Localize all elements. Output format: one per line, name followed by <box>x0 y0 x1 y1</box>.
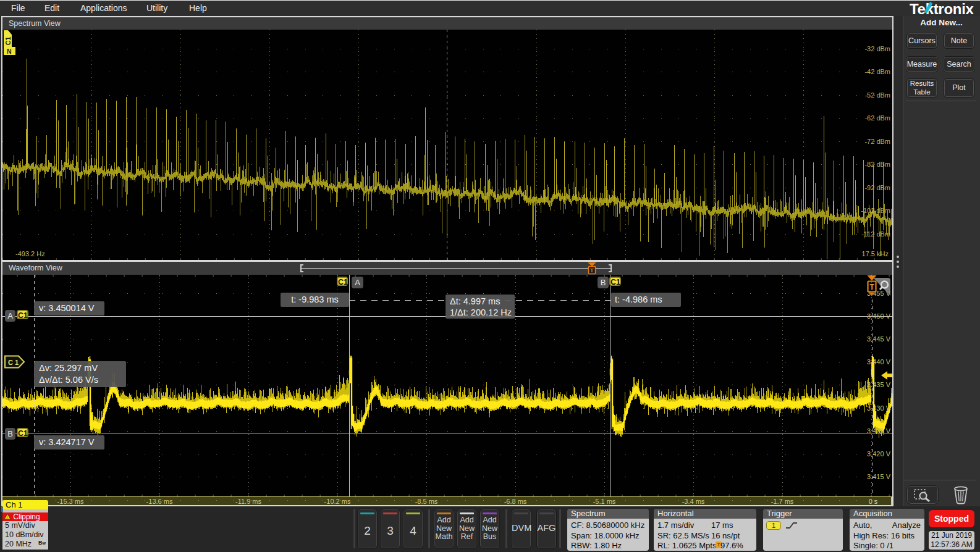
svg-text:!: ! <box>6 515 7 519</box>
svg-text:T: T <box>870 283 875 291</box>
svg-text:C1: C1 <box>4 36 12 45</box>
svg-text:C 1: C 1 <box>8 359 19 366</box>
svg-text:N: N <box>7 48 12 55</box>
svg-text:T: T <box>590 267 594 274</box>
